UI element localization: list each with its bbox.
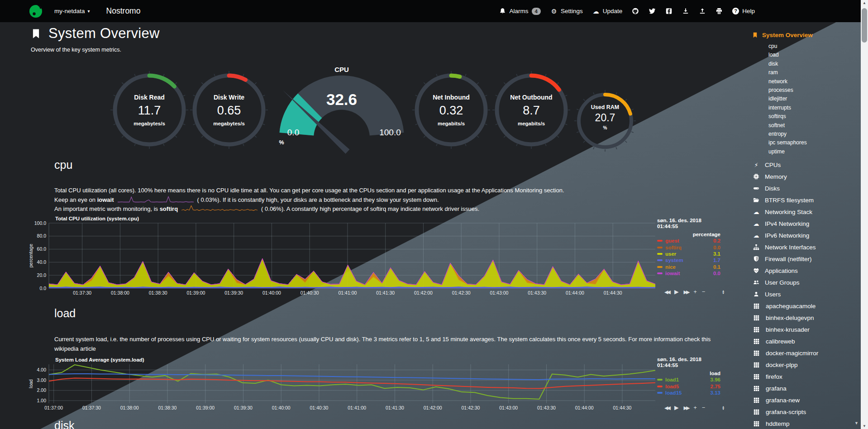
sidebar-item-disk[interactable]: disk <box>768 60 860 68</box>
gauge-cpu[interactable]: CPU 32.6 0.0 100.0 % <box>274 63 410 156</box>
sidebar-app-docker-plpp[interactable]: docker-plpp <box>752 359 860 371</box>
navbar-right: Alarms 4 ⚙ Settings ☁ Update ? Help <box>499 8 755 15</box>
scrollbar[interactable]: ▲ ▼ <box>861 0 868 429</box>
print-button[interactable] <box>715 8 723 15</box>
sidebar-item-softnet[interactable]: softnet <box>768 121 860 130</box>
github-button[interactable] <box>632 8 639 15</box>
sidebar-section-ipv4-networking[interactable]: ☁IPv4 Networking <box>752 218 860 229</box>
legend-label: user <box>665 251 676 257</box>
sidebar-app-apacheguacamole[interactable]: apacheguacamole <box>752 300 860 312</box>
gauge-net-inbound[interactable]: Net Inbound 0.32 megabits/s <box>411 70 491 150</box>
cpu-chart-play-button[interactable]: ▶ <box>674 289 679 295</box>
sidebar-section-firewall-netfilter-[interactable]: Firewall (netfilter) <box>752 253 860 265</box>
gauge-disk-read[interactable]: Disk Read 11.7 megabytes/s <box>110 70 189 150</box>
cpu-legend-item-system[interactable]: system1.7 <box>657 257 720 263</box>
sidebar-item-softirqs[interactable]: softirqs <box>768 112 860 121</box>
legend-value: 0.1 <box>713 264 720 270</box>
gauge-value: 0.32 <box>411 104 491 118</box>
sidebar-item-system-overview[interactable]: System Overview <box>752 32 860 38</box>
sidebar-app-calibreweb[interactable]: calibreweb <box>752 335 860 347</box>
sidebar-item-load[interactable]: load <box>768 51 860 59</box>
sidebar-app-grafana-scripts[interactable]: grafana-scripts <box>752 406 860 418</box>
cpu-legend-item-user[interactable]: user3.1 <box>657 251 720 257</box>
scrollbar-thumb[interactable] <box>862 8 867 43</box>
sidebar-app-firefox[interactable]: firefox <box>752 371 860 382</box>
sidebar-section-disks[interactable]: Disks <box>752 182 860 194</box>
load-legend-item-load15[interactable]: load153.13 <box>657 390 720 396</box>
scrollbar-up-arrow[interactable]: ▲ <box>861 1 868 5</box>
iowait-sparkline[interactable] <box>117 196 194 203</box>
gauge-disk-write[interactable]: Disk Write 0.65 megabytes/s <box>189 70 269 150</box>
bolt-icon: ⚡ <box>752 162 760 168</box>
cpu-chart-zoom-in-button[interactable]: + <box>693 289 696 295</box>
gauge-label: Disk Write <box>189 94 269 101</box>
settings-button[interactable]: ⚙ Settings <box>550 8 583 15</box>
cpu-chart[interactable]: 0.020.040.060.080.0100.001:37:3001:38:00… <box>25 213 754 303</box>
my-netdata-menu[interactable]: my-netdata ▾ <box>52 7 93 15</box>
cpu-legend-item-softirq[interactable]: softirq0.0 <box>657 244 720 250</box>
help-button[interactable]: ? Help <box>732 8 755 14</box>
sidebar-item-network[interactable]: network <box>768 77 860 86</box>
facebook-button[interactable] <box>665 8 672 15</box>
update-button[interactable]: ☁ Update <box>592 8 623 15</box>
load-chart-resize-handle[interactable]: ▲▼ <box>722 405 725 410</box>
sidebar-app-grafana[interactable]: grafana <box>752 382 860 394</box>
cpu-chart-zoom-out-button[interactable]: − <box>702 289 705 295</box>
load-chart[interactable]: 1.002.003.004.0001:37:0001:37:3001:38:00… <box>25 352 754 412</box>
load-chart-zoom-in-button[interactable]: + <box>693 405 696 410</box>
sidebar-section-memory[interactable]: Memory <box>752 171 860 182</box>
sidebar-app-binhex-krusader[interactable]: binhex-krusader <box>752 324 860 335</box>
sidebar-section-ipv6-networking[interactable]: ☁IPv6 Networking <box>752 229 860 241</box>
th-grid-icon <box>752 374 760 380</box>
cpu-legend-item-iowait[interactable]: iowait0.0 <box>657 270 720 276</box>
alarms-button[interactable]: Alarms 4 <box>499 8 540 15</box>
twitter-button[interactable] <box>649 8 656 15</box>
sidebar-section-networking-stack[interactable]: ☁Networking Stack <box>752 206 860 218</box>
load-chart-zoom-out-button[interactable]: − <box>702 405 705 410</box>
sidebar-item-entropy[interactable]: entropy <box>768 130 860 138</box>
sidebar-app-hddtemp[interactable]: hddtemp <box>752 418 860 429</box>
legend-swatch <box>657 379 663 381</box>
svg-text:01:39:30: 01:39:30 <box>224 290 243 296</box>
load-legend-item-load5[interactable]: load52.75 <box>657 383 720 389</box>
sidebar-section-user-groups[interactable]: User Groups <box>752 276 860 288</box>
sidebar-item-processes[interactable]: processes <box>768 86 860 95</box>
sidebar-item-interrupts[interactable]: interrupts <box>768 104 860 112</box>
softirq-sparkline[interactable] <box>181 205 258 212</box>
sidebar-app-grafana-new[interactable]: grafana-new <box>752 394 860 406</box>
users-icon <box>752 279 760 286</box>
sidebar-section-btrfs-filesystem[interactable]: BTRFS filesystem <box>752 194 860 206</box>
gauge-net-outbound[interactable]: Net Outbound 8.7 megabits/s <box>491 70 571 150</box>
load-legend-item-load1[interactable]: load13.96 <box>657 377 720 383</box>
sidebar-item-cpu[interactable]: cpu <box>768 42 860 51</box>
cpu-legend-item-guest[interactable]: guest0.2 <box>657 238 720 244</box>
scrollbar-down-arrow[interactable]: ▼ <box>861 424 868 428</box>
sidebar-app-binhex-delugevpn[interactable]: binhex-delugevpn <box>752 312 860 324</box>
export-snapshot-button[interactable] <box>682 8 689 15</box>
cpu-legend-item-nice[interactable]: nice0.1 <box>657 264 720 270</box>
netdata-logo-icon[interactable] <box>28 4 43 19</box>
cpu-chart-backward-button[interactable]: ◀◀ <box>664 289 669 295</box>
load-chart-play-button[interactable]: ▶ <box>674 405 679 410</box>
hostname[interactable]: Nostromo <box>106 6 141 16</box>
sidebar-item-idlejitter[interactable]: idlejitter <box>768 95 860 103</box>
cpu-chart-forward-button[interactable]: ▶▶ <box>684 289 689 295</box>
sidebar-item-ipc-semaphores[interactable]: ipc semaphores <box>768 138 860 147</box>
sidebar-section-label: User Groups <box>765 279 800 286</box>
sidebar-section-label: CPUs <box>765 162 781 168</box>
sidebar-section-network-interfaces[interactable]: Network Interfaces <box>752 241 860 253</box>
gauge-used-ram[interactable]: Used RAM 20.7 % <box>573 89 637 153</box>
sidebar-section-users[interactable]: Users <box>752 288 860 300</box>
import-snapshot-button[interactable] <box>699 8 706 15</box>
sidebar-section-cpus[interactable]: ⚡CPUs <box>752 159 860 171</box>
sidebar-section-applications[interactable]: Applications <box>752 265 860 276</box>
shield-icon <box>752 256 760 262</box>
svg-text:40.0: 40.0 <box>37 259 47 265</box>
sidebar-item-ram[interactable]: ram <box>768 68 860 77</box>
load-chart-backward-button[interactable]: ◀◀ <box>664 405 669 410</box>
sidebar-item-uptime[interactable]: uptime <box>768 148 860 156</box>
sidebar-app-docker-magicmirror[interactable]: docker-magicmirror <box>752 347 860 359</box>
cpu-chart-resize-handle[interactable]: ▲▼ <box>722 290 725 295</box>
svg-text:01:44:00: 01:44:00 <box>566 290 584 296</box>
load-chart-forward-button[interactable]: ▶▶ <box>684 405 689 410</box>
